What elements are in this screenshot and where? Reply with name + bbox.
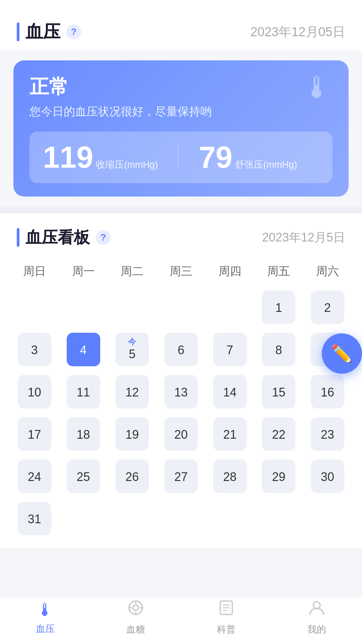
cal-day-31[interactable]: 31 — [10, 499, 59, 541]
calendar-week-2: 3 4 今5 6 7 8 9 ✏️ — [10, 330, 352, 372]
cal-day-23[interactable]: 23 — [303, 415, 352, 457]
bp-summary-card: 正常 您今日的血压状况很好，尽量保持哟 🌡 119 收缩压(mmHg) 79 舒… — [13, 60, 349, 197]
cal-day-5-today[interactable]: 今5 — [108, 330, 157, 372]
cal-day-8[interactable]: 8 — [254, 330, 303, 372]
diastolic-value: 79 舒张压(mmHg) — [199, 142, 297, 172]
cal-day-empty — [59, 499, 108, 541]
cal-day-13[interactable]: 13 — [157, 372, 205, 415]
cal-day-empty — [157, 499, 205, 541]
systolic-number: 119 — [43, 142, 93, 172]
header-date: 2023年12月05日 — [250, 23, 345, 41]
systolic-value: 119 收缩压(mmHg) — [43, 142, 158, 172]
science-nav-icon — [218, 599, 235, 621]
cal-day-empty — [157, 288, 205, 330]
nav-item-bp[interactable]: 🌡 血压 — [36, 600, 55, 635]
svg-point-10 — [313, 602, 320, 608]
cal-day-10[interactable]: 10 — [10, 372, 59, 415]
nav-item-glucose[interactable]: 血糖 — [126, 599, 145, 636]
cal-day-1[interactable]: 1 — [254, 288, 303, 330]
cal-day-28[interactable]: 28 — [205, 457, 254, 499]
bp-card-top: 正常 您今日的血压状况很好，尽量保持哟 🌡 — [29, 74, 333, 119]
cal-day-empty — [303, 499, 352, 541]
weekday-wed: 周三 — [157, 258, 205, 284]
bp-values-divider — [178, 146, 179, 169]
cal-day-18[interactable]: 18 — [59, 415, 108, 457]
cal-day-22[interactable]: 22 — [254, 415, 303, 457]
cal-day-25[interactable]: 25 — [59, 457, 108, 499]
bp-description: 您今日的血压状况很好，尽量保持哟 — [29, 104, 212, 119]
svg-point-1 — [133, 605, 138, 610]
dashboard-accent-bar — [17, 228, 19, 247]
cal-day-empty — [108, 288, 157, 330]
dashboard-help-icon[interactable]: ? — [96, 230, 111, 245]
cal-day-2[interactable]: 2 — [303, 288, 352, 330]
cal-day-empty — [10, 288, 59, 330]
help-icon[interactable]: ? — [66, 24, 81, 39]
cal-day-15[interactable]: 15 — [254, 372, 303, 415]
cal-day-7[interactable]: 7 — [205, 330, 254, 372]
bp-values-box: 119 收缩压(mmHg) 79 舒张压(mmHg) — [29, 131, 333, 183]
bp-status-label: 正常 — [29, 74, 212, 100]
cal-day-empty — [205, 288, 254, 330]
section-separator — [0, 207, 362, 213]
cal-day-empty — [108, 499, 157, 541]
bp-nav-icon: 🌡 — [37, 600, 54, 620]
cal-day-21[interactable]: 21 — [205, 415, 254, 457]
cal-day-14[interactable]: 14 — [205, 372, 254, 415]
cal-day-empty — [254, 499, 303, 541]
calendar-week-1: 1 2 — [10, 288, 352, 330]
cal-day-9[interactable]: 9 ✏️ — [303, 330, 352, 372]
bp-status-section: 正常 您今日的血压状况很好，尽量保持哟 — [29, 74, 212, 119]
calendar-week-5: 24 25 26 27 28 29 30 — [10, 457, 352, 499]
cal-day-3[interactable]: 3 — [10, 330, 59, 372]
calendar-week-3: 10 11 12 13 14 15 16 — [10, 372, 352, 415]
dashboard-left: 血压看板 ? — [17, 227, 111, 248]
header-left: 血压 ? — [17, 20, 81, 44]
weekday-mon: 周一 — [59, 258, 108, 284]
cal-day-29[interactable]: 29 — [254, 457, 303, 499]
bottom-spacer — [0, 548, 362, 602]
dashboard-date: 2023年12月5日 — [262, 229, 345, 246]
cal-day-empty — [59, 288, 108, 330]
cal-day-30[interactable]: 30 — [303, 457, 352, 499]
dashboard-header: 血压看板 ? 2023年12月5日 — [0, 213, 362, 255]
cal-day-26[interactable]: 26 — [108, 457, 157, 499]
accent-bar — [17, 22, 19, 41]
cal-day-20[interactable]: 20 — [157, 415, 205, 457]
cal-day-16[interactable]: 16 — [303, 372, 352, 415]
cal-day-27[interactable]: 27 — [157, 457, 205, 499]
weekday-fri: 周五 — [254, 258, 303, 284]
glucose-nav-icon — [127, 599, 144, 621]
fab-add-button[interactable]: ✏️ — [322, 333, 362, 374]
cal-day-6[interactable]: 6 — [157, 330, 205, 372]
profile-nav-icon — [308, 599, 325, 621]
nav-item-science[interactable]: 科普 — [217, 599, 236, 636]
weekday-sun: 周日 — [10, 258, 59, 284]
weekday-header: 周日 周一 周二 周三 周四 周五 周六 — [10, 258, 352, 284]
cal-day-19[interactable]: 19 — [108, 415, 157, 457]
calendar-week-6: 31 — [10, 499, 352, 541]
thermometer-icon: 🌡 — [302, 70, 333, 105]
pencil-icon: ✏️ — [331, 343, 353, 364]
weekday-tue: 周二 — [108, 258, 157, 284]
diastolic-label: 舒张压(mmHg) — [235, 158, 297, 171]
cal-day-12[interactable]: 12 — [108, 372, 157, 415]
bottom-navigation: 🌡 血压 血糖 科普 — [0, 597, 362, 644]
dashboard-title: 血压看板 — [25, 227, 90, 248]
cal-day-11[interactable]: 11 — [59, 372, 108, 415]
cal-day-4[interactable]: 4 — [59, 330, 108, 372]
cal-day-empty — [205, 499, 254, 541]
nav-item-profile[interactable]: 我的 — [307, 599, 326, 636]
nav-label-bp: 血压 — [36, 623, 55, 635]
nav-label-profile: 我的 — [307, 623, 326, 636]
weekday-thu: 周四 — [205, 258, 254, 284]
page-title: 血压 — [25, 20, 60, 44]
cal-day-24[interactable]: 24 — [10, 457, 59, 499]
weekday-sat: 周六 — [303, 258, 352, 284]
cal-day-17[interactable]: 17 — [10, 415, 59, 457]
page-header: 血压 ? 2023年12月05日 — [0, 0, 362, 50]
diastolic-number: 79 — [199, 142, 232, 172]
calendar-container: 周日 周一 周二 周三 周四 周五 周六 1 2 3 4 今5 6 7 8 — [0, 255, 362, 548]
calendar-week-4: 17 18 19 20 21 22 23 — [10, 415, 352, 457]
nav-label-science: 科普 — [217, 623, 236, 636]
